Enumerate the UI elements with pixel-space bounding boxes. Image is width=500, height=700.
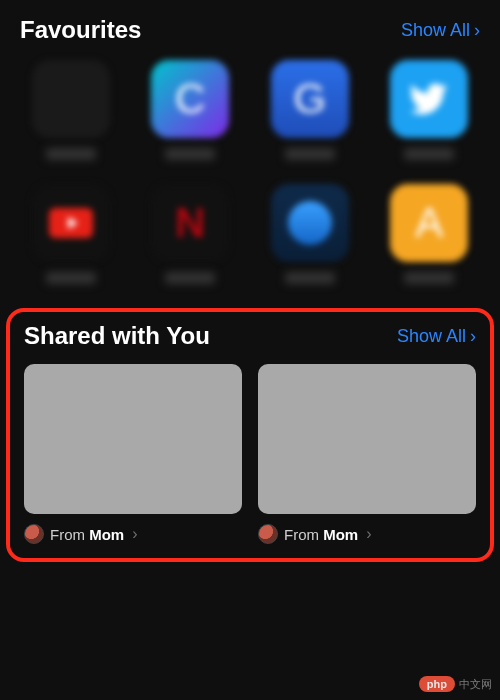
chevron-right-icon: › (366, 525, 371, 543)
gmail-icon: G (271, 60, 349, 138)
bird-icon (409, 79, 449, 119)
avatar (258, 524, 278, 544)
favourite-label (285, 148, 335, 160)
shared-from-label: From Mom (284, 526, 358, 543)
favourite-item-canva[interactable]: C (140, 60, 242, 160)
favourites-title: Favourites (20, 16, 141, 44)
favourite-item-gmail[interactable]: G (259, 60, 361, 160)
favourites-show-all-button[interactable]: Show All › (401, 20, 480, 41)
canva-icon: C (151, 60, 229, 138)
shared-header: Shared with You Show All › (24, 322, 476, 350)
favourites-show-all-label: Show All (401, 20, 470, 41)
shared-from-label: From Mom (50, 526, 124, 543)
favourite-label (285, 272, 335, 284)
favourite-label (165, 148, 215, 160)
chevron-right-icon: › (132, 525, 137, 543)
avatar (24, 524, 44, 544)
favourite-label (165, 272, 215, 284)
shared-show-all-label: Show All (397, 326, 466, 347)
youtube-icon (32, 184, 110, 262)
favourite-label (404, 272, 454, 284)
prime-video-icon (271, 184, 349, 262)
favourites-section: Favourites Show All › C G (0, 0, 500, 284)
twitter-icon (390, 60, 468, 138)
watermark-badge: php (419, 676, 455, 692)
shared-card: From Mom › (258, 364, 476, 544)
favourite-label (404, 148, 454, 160)
shared-from-button[interactable]: From Mom › (24, 524, 242, 544)
shared-title: Shared with You (24, 322, 210, 350)
shared-show-all-button[interactable]: Show All › (397, 326, 476, 347)
shared-thumbnail[interactable] (258, 364, 476, 514)
favourite-item-prime[interactable] (259, 184, 361, 284)
shared-card: From Mom › (24, 364, 242, 544)
shared-from-button[interactable]: From Mom › (258, 524, 476, 544)
watermark-text: 中文网 (459, 677, 492, 692)
shared-with-you-section: Shared with You Show All › From Mom › Fr… (6, 308, 494, 562)
shared-cards: From Mom › From Mom › (24, 364, 476, 544)
favourite-item-work[interactable] (20, 60, 122, 160)
netflix-icon: N (151, 184, 229, 262)
work-icon (32, 60, 110, 138)
amazon-icon: A (390, 184, 468, 262)
favourite-item-netflix[interactable]: N (140, 184, 242, 284)
favourites-header: Favourites Show All › (20, 16, 480, 44)
favourite-label (46, 148, 96, 160)
chevron-right-icon: › (474, 21, 480, 39)
shared-thumbnail[interactable] (24, 364, 242, 514)
favourite-label (46, 272, 96, 284)
chevron-right-icon: › (470, 327, 476, 345)
watermark: php 中文网 (419, 676, 492, 692)
favourite-item-youtube[interactable] (20, 184, 122, 284)
favourite-item-twitter[interactable] (379, 60, 481, 160)
favourites-grid: C G N A (20, 60, 480, 284)
favourite-item-amazon[interactable]: A (379, 184, 481, 284)
